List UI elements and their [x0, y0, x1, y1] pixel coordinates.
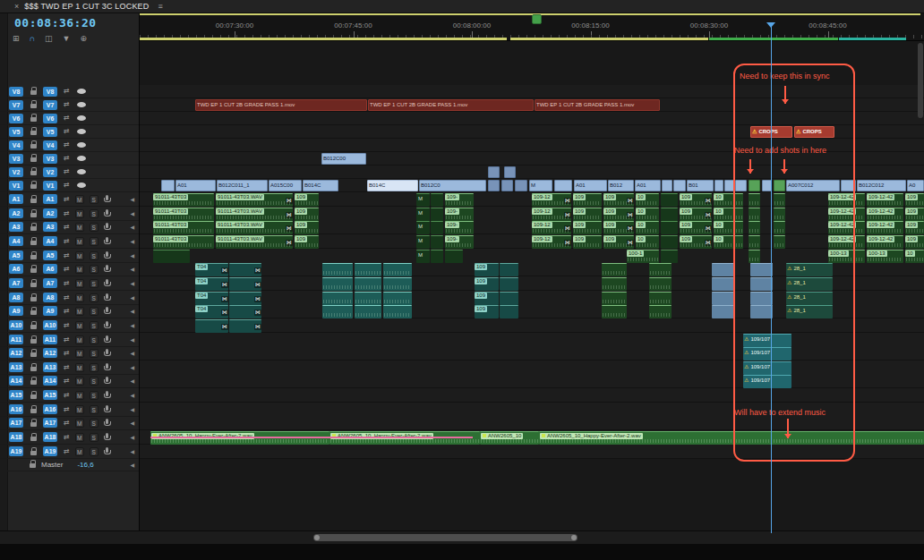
track-lock-icon[interactable]	[30, 114, 38, 123]
timeline-clip[interactable]: B01	[687, 180, 714, 191]
timeline-clip[interactable]	[649, 305, 672, 318]
timeline-clip[interactable]	[322, 277, 353, 291]
sync-lock-icon[interactable]: ⇄	[64, 447, 70, 456]
track-target-badge[interactable]: A8	[43, 293, 57, 302]
track-target-badge[interactable]: A7	[43, 278, 57, 288]
track-target-badge[interactable]: V1	[43, 181, 57, 191]
timeline-clip[interactable]: 109-12-42	[867, 235, 903, 249]
timeline-clip[interactable]: 109-12-42	[867, 193, 903, 207]
mute-button[interactable]: M	[75, 377, 84, 386]
scrollbar-handle-left[interactable]	[314, 535, 320, 540]
timeline-clip[interactable]	[712, 277, 735, 291]
keyframe-nav-icon[interactable]: ◀	[130, 378, 134, 384]
mute-button[interactable]: M	[75, 265, 84, 274]
timeline-clip[interactable]	[602, 263, 627, 276]
track-source-badge[interactable]: V6	[9, 114, 23, 123]
master-level-value[interactable]: -16,6	[77, 461, 93, 469]
sync-lock-icon[interactable]: ⇄	[64, 349, 70, 358]
timeline-clip[interactable]: 109	[295, 221, 319, 234]
scrollbar-handle-right[interactable]	[571, 535, 577, 540]
timeline-clip[interactable]: 109	[295, 193, 319, 207]
mute-button[interactable]: M	[75, 349, 84, 358]
solo-button[interactable]: S	[90, 433, 98, 442]
linked-selection-icon[interactable]: ◫	[45, 33, 53, 44]
timeline-clip[interactable]: 109⋈	[603, 193, 634, 207]
solo-button[interactable]: S	[90, 363, 98, 372]
timeline-clip[interactable]	[355, 263, 381, 276]
timeline-clip[interactable]: ⋈	[229, 305, 261, 318]
timeline-clip[interactable]	[153, 250, 190, 263]
timeline-clip[interactable]: 109	[573, 221, 602, 234]
timeline-clip[interactable]	[488, 166, 500, 178]
track-target-badge[interactable]: A5	[43, 250, 57, 260]
track-source-badge[interactable]: V2	[9, 167, 23, 177]
voiceover-record-icon[interactable]	[104, 377, 111, 386]
sync-lock-icon[interactable]: ⇄	[64, 195, 70, 204]
track-lock-icon[interactable]	[29, 460, 37, 469]
timeline-clip[interactable]: 109-12⋈	[532, 221, 571, 234]
keyframe-nav-icon[interactable]: ◀	[130, 196, 134, 202]
track-lock-icon[interactable]	[30, 181, 38, 190]
timeline-clip[interactable]: B012	[608, 180, 634, 191]
timeline-clip[interactable]: B012C012	[857, 180, 906, 191]
timeline-clip[interactable]	[355, 292, 381, 305]
track-source-badge[interactable]: V3	[9, 154, 23, 164]
track-lock-icon[interactable]	[30, 363, 38, 372]
sync-lock-icon[interactable]: ⇄	[64, 181, 70, 190]
timeline-clip[interactable]: 91011-43T03	[153, 208, 214, 221]
timeline-clip[interactable]: 10	[636, 193, 659, 207]
timeline-clip[interactable]: 10	[636, 208, 659, 221]
track-lock-icon[interactable]	[30, 279, 38, 288]
keyframe-nav-icon[interactable]: ◀	[130, 392, 134, 398]
solo-button[interactable]: S	[90, 349, 98, 358]
mute-button[interactable]: M	[75, 405, 84, 414]
timeline-clip[interactable]: ANW2605_10	[480, 431, 539, 445]
timeline-clip[interactable]: 109	[475, 263, 499, 276]
solo-button[interactable]: S	[90, 265, 98, 274]
timeline-clip[interactable]	[322, 263, 353, 276]
voiceover-record-icon[interactable]	[104, 279, 111, 288]
sync-lock-icon[interactable]: ⇄	[64, 251, 70, 260]
timeline-display-settings-icon[interactable]: ⊕	[80, 33, 87, 44]
track-lock-icon[interactable]	[30, 237, 38, 246]
track-target-badge[interactable]: A16	[43, 404, 57, 414]
timeline-clip[interactable]: 109-	[445, 235, 474, 249]
voiceover-record-icon[interactable]	[104, 447, 111, 456]
track-lock-icon[interactable]	[30, 251, 38, 260]
track-target-badge[interactable]: V6	[43, 114, 57, 123]
timeline-clip[interactable]: 10	[636, 235, 659, 249]
timeline-clip[interactable]	[661, 235, 678, 249]
keyframe-nav-icon[interactable]: ◀	[130, 364, 134, 370]
timeline-clip[interactable]: 109-	[445, 221, 474, 234]
sync-lock-icon[interactable]: ⇄	[64, 209, 70, 218]
timeline-clip[interactable]: A01	[635, 180, 661, 191]
timeline-clip[interactable]: 100-13	[867, 250, 903, 263]
mute-button[interactable]: M	[75, 293, 84, 302]
timeline-clip[interactable]	[714, 180, 723, 191]
timeline-clip[interactable]: A0	[907, 180, 924, 191]
timeline-clip[interactable]: M	[416, 221, 430, 234]
track-lock-icon[interactable]	[30, 100, 38, 109]
track-source-badge[interactable]: V5	[9, 127, 23, 137]
track-target-badge[interactable]: A15	[43, 390, 57, 400]
solo-button[interactable]: S	[90, 335, 98, 344]
toggle-track-output-icon[interactable]	[77, 129, 86, 134]
timeline-clip[interactable]: 109-12⋈	[532, 235, 571, 249]
track-source-badge[interactable]: A13	[9, 362, 23, 372]
tab-title[interactable]: $$$ TWD EP 1 CUT 3C LOCKED	[24, 2, 149, 11]
track-target-badge[interactable]: A11	[43, 335, 57, 344]
timeline-clip[interactable]: 91011-43T03.WAV⋈	[216, 193, 293, 207]
solo-button[interactable]: S	[90, 307, 98, 316]
track-source-badge[interactable]: A15	[9, 390, 23, 400]
timeline-clip[interactable]: 91011-43T03.WAV⋈	[216, 208, 293, 221]
timeline-clip[interactable]	[649, 263, 672, 276]
track-source-badge[interactable]: V8	[9, 87, 23, 97]
track-source-badge[interactable]: V1	[9, 181, 23, 191]
timeline-clip[interactable]: 109	[573, 235, 602, 249]
sync-lock-icon[interactable]: ⇄	[64, 223, 70, 232]
timeline-clip[interactable]: 109-12-42	[867, 221, 903, 234]
timeline-clip[interactable]: B012C0	[419, 180, 486, 191]
timeline-clip[interactable]: M	[529, 180, 552, 191]
timeline-clip[interactable]: 109	[573, 208, 602, 221]
solo-button[interactable]: S	[90, 419, 98, 428]
